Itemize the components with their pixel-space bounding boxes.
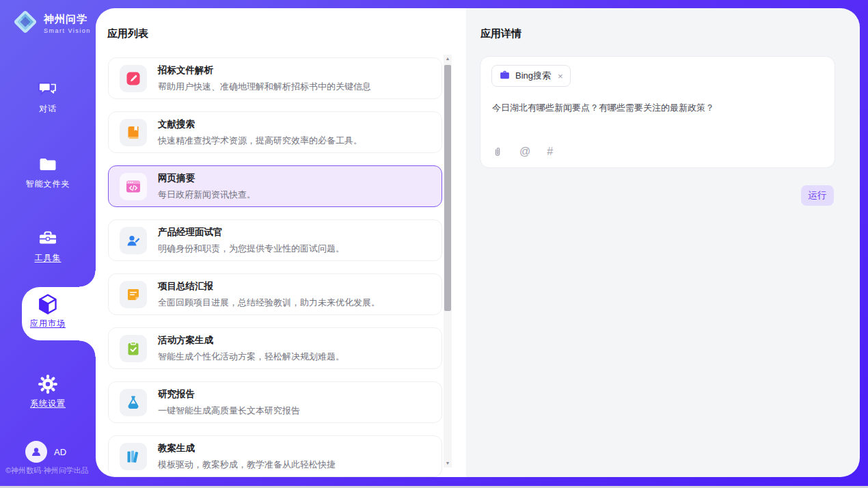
tender-doc-icon <box>120 65 147 92</box>
app-card[interactable]: 招标文件解析帮助用户快速、准确地理解和解析招标书中的关键信息 <box>108 57 442 99</box>
app-card-description: 全面回顾项目进展，总结经验教训，助力未来优化发展。 <box>158 297 380 309</box>
sidebar: 神州问学 Smart Vision 对话智能文件夹工具集应用市场系统设置 AD … <box>0 0 96 488</box>
app-card-description: 明确身份和职责，为您提供专业性的面试问题。 <box>158 243 344 255</box>
logo-subtitle: Smart Vision <box>44 27 91 34</box>
folder-icon <box>0 152 96 176</box>
book-icon <box>120 119 147 146</box>
logo-title: 神州问学 <box>44 13 91 26</box>
flask-icon <box>120 389 147 416</box>
tool-tag-bing-search[interactable]: Bing搜索 × <box>491 65 571 87</box>
app-card-title: 教案生成 <box>158 442 336 455</box>
sidebar-item-market[interactable]: 应用市场 <box>0 291 96 329</box>
sidebar-item-folders[interactable]: 智能文件夹 <box>0 152 96 190</box>
app-card-description: 智能生成个性化活动方案，轻松解决规划难题。 <box>158 351 344 363</box>
user-name: AD <box>54 447 66 457</box>
app-list-panel: 应用列表 招标文件解析帮助用户快速、准确地理解和解析招标书中的关键信息文献搜索快… <box>96 8 466 477</box>
avatar <box>25 441 47 463</box>
app-card[interactable]: 教案生成模板驱动，教案秒成，教学准备从此轻松快捷 <box>108 435 442 477</box>
app-detail-panel: 应用详情 Bing搜索 × 今日湖北有哪些新闻要点？有哪些需要关注的最新政策？ … <box>466 8 860 477</box>
tool-tag-label: Bing搜索 <box>515 70 551 82</box>
app-detail-title: 应用详情 <box>480 27 521 40</box>
app-window: 神州问学 Smart Vision 对话智能文件夹工具集应用市场系统设置 AD … <box>0 0 868 488</box>
app-card-title: 项目总结汇报 <box>158 280 380 293</box>
app-card-title: 文献搜索 <box>158 118 362 131</box>
app-card-description: 快速精准查找学术资源，提高研究效率的必备工具。 <box>158 135 362 147</box>
user-profile[interactable]: AD <box>25 441 66 463</box>
gear-icon <box>0 371 96 396</box>
toolbox-icon <box>0 226 96 250</box>
app-card-description: 一键智能生成高质量长文本研究报告 <box>158 405 300 417</box>
sidebar-item-chat[interactable]: 对话 <box>0 77 96 115</box>
app-card[interactable]: 研究报告一键智能生成高质量长文本研究报告 <box>108 381 442 423</box>
scrollbar[interactable]: ▲ ▼ <box>444 55 452 467</box>
at-mention-icon[interactable]: @ <box>519 146 530 158</box>
run-button[interactable]: 运行 <box>801 185 834 206</box>
app-card-title: 产品经理面试官 <box>158 226 344 239</box>
hash-tag-icon[interactable]: # <box>547 146 553 158</box>
attachment-toolbar: @ # <box>492 146 553 158</box>
scroll-up-icon[interactable]: ▲ <box>444 55 452 63</box>
gem-logo-icon <box>12 9 38 38</box>
app-card-description: 每日政府新闻资讯快查。 <box>158 189 256 201</box>
summary-note-icon <box>120 281 147 308</box>
sidebar-item-label: 对话 <box>0 103 96 115</box>
app-card-title: 研究报告 <box>158 388 300 401</box>
briefcase-icon <box>499 69 511 83</box>
paperclip-icon[interactable] <box>492 146 503 158</box>
app-card[interactable]: 网页摘要每日政府新闻资讯快查。 <box>108 165 442 207</box>
sidebar-item-tools[interactable]: 工具集 <box>0 226 96 264</box>
app-card-description: 模板驱动，教案秒成，教学准备从此轻松快捷 <box>158 459 336 471</box>
prompt-text: 今日湖北有哪些新闻要点？有哪些需要关注的最新政策？ <box>492 102 820 114</box>
app-card-title: 活动方案生成 <box>158 334 344 347</box>
interviewer-icon <box>120 227 147 254</box>
app-card[interactable]: 项目总结汇报全面回顾项目进展，总结经验教训，助力未来优化发展。 <box>108 273 442 315</box>
prompt-card: Bing搜索 × 今日湖北有哪些新闻要点？有哪些需要关注的最新政策？ @ # <box>480 56 835 168</box>
app-card[interactable]: 活动方案生成智能生成个性化活动方案，轻松解决规划难题。 <box>108 327 442 369</box>
sidebar-item-label: 系统设置 <box>0 398 96 409</box>
app-card-title: 网页摘要 <box>158 172 256 185</box>
close-icon[interactable]: × <box>558 71 563 81</box>
app-list-title: 应用列表 <box>107 27 148 40</box>
sidebar-item-label: 工具集 <box>0 252 96 264</box>
cube-icon <box>0 291 96 316</box>
books-icon <box>120 443 147 470</box>
scrollbar-thumb[interactable] <box>444 65 451 311</box>
sidebar-item-label: 智能文件夹 <box>0 178 96 190</box>
scroll-down-icon[interactable]: ▼ <box>444 459 452 467</box>
app-card-description: 帮助用户快速、准确地理解和解析招标书中的关键信息 <box>158 81 371 93</box>
clipboard-check-icon <box>120 335 147 362</box>
app-list: 招标文件解析帮助用户快速、准确地理解和解析招标书中的关键信息文献搜索快速精准查找… <box>108 57 442 477</box>
copyright-text: ©神州数码·神州问学出品 <box>5 465 97 476</box>
web-page-icon <box>120 173 147 200</box>
app-logo: 神州问学 Smart Vision <box>12 9 91 38</box>
app-card-title: 招标文件解析 <box>158 64 371 77</box>
app-card[interactable]: 文献搜索快速精准查找学术资源，提高研究效率的必备工具。 <box>108 111 442 153</box>
sidebar-item-label: 应用市场 <box>0 318 96 329</box>
app-card[interactable]: 产品经理面试官明确身份和职责，为您提供专业性的面试问题。 <box>108 219 442 261</box>
chat-icon <box>0 77 96 101</box>
sidebar-item-settings[interactable]: 系统设置 <box>0 371 96 409</box>
